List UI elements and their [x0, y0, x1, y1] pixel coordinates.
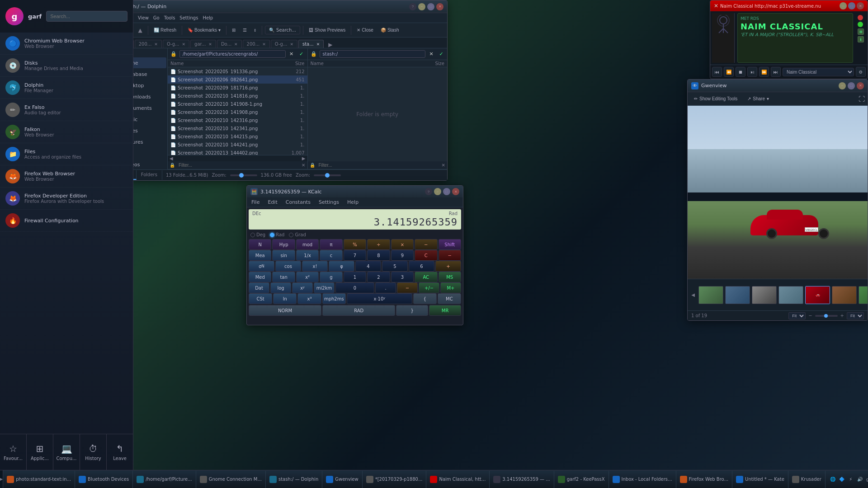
left-zoom-thumb[interactable]: [239, 173, 244, 178]
dolphin-maximize-button[interactable]: □: [427, 3, 434, 10]
btn-percent[interactable]: %: [344, 239, 366, 250]
file-item-1[interactable]: 📄 Screenshot_20220206_082641.png 451: [168, 75, 307, 84]
left-filter-input[interactable]: [177, 162, 300, 169]
btn-8[interactable]: 8: [367, 250, 390, 261]
radio-maximize-button[interactable]: □: [848, 2, 855, 9]
menu-view[interactable]: View: [138, 15, 149, 20]
right-filter-clear-icon[interactable]: ✕: [442, 163, 445, 168]
taskbar-app-firefox2[interactable]: Firefox Web Bro...: [676, 471, 733, 488]
btn-xcube[interactable]: x³: [297, 293, 321, 304]
zoom-slider-thumb[interactable]: [824, 314, 828, 318]
taskbar-app-bluetooth[interactable]: Bluetooth Devices: [75, 471, 133, 488]
left-pane-check[interactable]: ✓: [297, 50, 306, 58]
search-button[interactable]: 🔍 Search...: [265, 26, 300, 34]
radio-prev-prev-button[interactable]: ⏮: [712, 67, 722, 77]
btn-c[interactable]: c: [320, 250, 342, 261]
tab-close-5[interactable]: ✕: [262, 42, 266, 47]
file-item-6[interactable]: 📄 Screenshot_20220210_142316.png 1.: [168, 116, 307, 124]
btn-dot[interactable]: .: [375, 282, 396, 293]
launcher-app-dolphin[interactable]: 🐬 Dolphin File Manager: [0, 77, 133, 99]
file-item-9[interactable]: 📄 Screenshot_20220210_144241.png 1.: [168, 141, 307, 149]
taskbar-app-pictures[interactable]: /home/garf/Picture...: [133, 471, 196, 488]
btn-phi[interactable]: φ: [329, 261, 354, 272]
launcher-search-input[interactable]: [46, 11, 127, 22]
kcalc-menu-constants[interactable]: Constants: [284, 199, 312, 206]
thumbnail-1[interactable]: [698, 286, 723, 304]
launcher-bottom-leave[interactable]: ↰ Leave: [107, 434, 133, 470]
btn-mi2km[interactable]: mi2km: [314, 282, 335, 293]
kcalc-menu-help[interactable]: Help: [345, 199, 360, 206]
tab-close-1[interactable]: ✕: [154, 42, 158, 47]
dolphin-tab-2[interactable]: O-g... ✕: [163, 40, 189, 48]
tray-bluetooth-icon[interactable]: 🔷: [838, 476, 845, 483]
tray-network-icon[interactable]: 🌐: [829, 476, 836, 483]
file-item-7[interactable]: 📄 Screenshot_20220210_142341.png 1.: [168, 124, 307, 132]
btn-MC[interactable]: MC: [438, 293, 461, 304]
zoom-plus-icon[interactable]: +: [840, 313, 844, 318]
location-clear-icon[interactable]: ✕: [288, 50, 296, 58]
btn-NORM[interactable]: NORM: [249, 305, 321, 316]
bookmarks-button[interactable]: 🔖 Bookmarks ▾: [185, 26, 223, 34]
gwenview-fullscreen-button[interactable]: ⛶: [859, 95, 865, 103]
radio-green-dot[interactable]: [858, 22, 863, 27]
file-item-3[interactable]: 📄 Screenshot_20220210_141816.png 1.: [168, 92, 307, 100]
radio-stop-button[interactable]: ⏹: [736, 67, 745, 77]
btn-Dat[interactable]: Dat: [249, 282, 269, 293]
btn-2[interactable]: 2: [367, 272, 390, 282]
taskbar-app-photo[interactable]: photo:standard-text:in...: [3, 471, 75, 488]
taskbar-app-gwenview[interactable]: Gwenview: [322, 471, 362, 488]
tab-close-7[interactable]: ✕: [316, 42, 320, 47]
btn-mod[interactable]: mod: [296, 239, 319, 250]
tab-close-6[interactable]: ✕: [290, 42, 293, 47]
btn-sin[interactable]: sin: [272, 250, 295, 261]
zoom-fit-select-right[interactable]: Fit: [847, 312, 864, 319]
btn-log[interactable]: log: [270, 282, 291, 293]
kcalc-help-button[interactable]: ?: [425, 188, 432, 195]
btn-cos[interactable]: cos: [275, 261, 301, 272]
menu-tools[interactable]: Tools: [164, 15, 175, 20]
dolphin-minimize-button[interactable]: −: [418, 3, 425, 10]
btn-RAD[interactable]: RAD: [322, 305, 395, 316]
scroll-left-icon[interactable]: ◀: [170, 156, 173, 161]
btn-minus-small[interactable]: −: [439, 250, 461, 261]
dolphin-tab-1[interactable]: 200... ✕: [135, 40, 162, 48]
btn-xy[interactable]: xʸ: [292, 282, 313, 293]
radio-grid-icon[interactable]: ⊞: [858, 28, 864, 35]
btn-pi[interactable]: π: [320, 239, 342, 250]
thumbnail-2[interactable]: [725, 286, 750, 304]
btn-brace-open[interactable]: {: [413, 293, 437, 304]
mode-deg[interactable]: Deg: [250, 232, 265, 237]
kcalc-menu-settings[interactable]: Settings: [317, 199, 341, 206]
refresh-button[interactable]: 🔄 Refresh: [151, 26, 179, 34]
radio-close-button[interactable]: ✕: [857, 2, 864, 9]
show-previews-button[interactable]: 🖼 Show Previews: [306, 26, 348, 34]
launcher-app-falkon[interactable]: 🦅 Falkon Web Browser: [0, 121, 133, 143]
filter-clear-icon[interactable]: ✕: [302, 163, 305, 168]
file-item-0[interactable]: 📄 Screenshot_20220205_191336.png 212: [168, 67, 307, 75]
btn-C[interactable]: C: [415, 250, 437, 261]
taskbar-app-inbox[interactable]: Inbox - Local Folders...: [609, 471, 676, 488]
launcher-app-firefox-dev[interactable]: 🦊 Firefox Developer Edition Firefox Auro…: [0, 188, 133, 210]
btn-equals-top[interactable]: −: [397, 282, 418, 293]
btn-x10y[interactable]: x·10ʸ: [347, 293, 412, 304]
taskbar-app-kcalc[interactable]: 3.14159265359 — ...: [490, 471, 554, 488]
menu-go[interactable]: Go: [153, 15, 160, 20]
stash-button[interactable]: 📦 Stash: [378, 26, 402, 34]
btn-g[interactable]: g: [320, 272, 342, 282]
btn-add[interactable]: +: [435, 261, 461, 272]
location-lock-icon[interactable]: 🔒: [170, 50, 178, 58]
launcher-bottom-computer[interactable]: 💻 Compu...: [53, 434, 80, 470]
taskbar-app-naim[interactable]: Naim Classical, htt...: [426, 471, 490, 488]
btn-AC[interactable]: AC: [415, 272, 437, 282]
btn-sigma[interactable]: σN: [249, 261, 274, 272]
view-split-button[interactable]: ⫾: [251, 26, 259, 34]
btn-7[interactable]: 7: [344, 250, 366, 261]
share-button[interactable]: ↗ Share ▾: [744, 95, 773, 103]
radio-prev-button[interactable]: ⏪: [724, 67, 734, 77]
btn-tan[interactable]: tan: [272, 272, 295, 282]
btn-div[interactable]: ÷: [367, 239, 390, 250]
btn-CSt[interactable]: CSt: [249, 293, 272, 304]
dolphin-help-button[interactable]: ?: [409, 3, 416, 10]
kcalc-menu-edit[interactable]: Edit: [266, 199, 279, 206]
launcher-app-firefox[interactable]: 🦊 Firefox Web Browser Web Browser: [0, 165, 133, 188]
